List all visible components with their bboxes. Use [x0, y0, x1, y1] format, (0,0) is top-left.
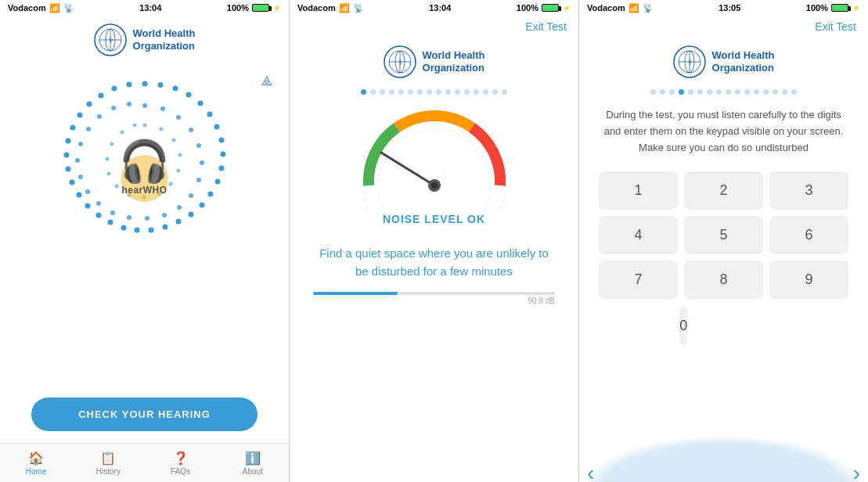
svg-point-46	[189, 193, 193, 198]
noise-label: NOISE LEVEL OK	[383, 213, 485, 225]
svg-point-28	[76, 192, 81, 198]
svg-point-70	[114, 185, 118, 189]
panel3-main: ‹ › 123456789 0	[579, 164, 868, 482]
progress-dot-3-6	[707, 89, 712, 95]
who-logo-3: ⚕	[673, 45, 706, 78]
svg-point-86	[431, 182, 438, 189]
svg-point-23	[134, 228, 139, 233]
exit-test-bar-2: Exit Test	[290, 16, 578, 38]
triforce-icon: ⟁	[261, 67, 273, 91]
nav-about[interactable]: ℹ️ About	[217, 444, 289, 482]
exit-test-bar-3: Exit Test	[579, 16, 868, 38]
instruction-text: During the test, you must listen careful…	[579, 99, 868, 164]
nav-history-label: History	[96, 467, 121, 476]
wifi-icon-1: 📡	[63, 3, 74, 13]
svg-point-31	[63, 153, 69, 158]
nav-home-label: Home	[26, 467, 47, 476]
svg-point-15	[218, 166, 224, 171]
progress-dots-3	[579, 85, 868, 99]
svg-point-74	[120, 131, 124, 135]
svg-point-42	[189, 128, 193, 132]
panel-2: Vodacom 📶 📡 13:04 100% ⚡ Exit Test ⚕ Wor…	[290, 0, 579, 482]
keypad-btn-5[interactable]: 5	[684, 216, 763, 254]
battery-pct-1: 100%	[227, 3, 249, 13]
keypad-zero-wrap: 0	[679, 307, 767, 345]
check-hearing-button[interactable]: CHECK YOUR HEARING	[31, 397, 258, 431]
progress-dot-3-7	[716, 89, 722, 95]
keypad-btn-9[interactable]: 9	[769, 261, 848, 299]
panel1-main: ⟁ // This won't execute in SVG — we'll h…	[0, 63, 289, 443]
progress-dot-2-10	[455, 89, 460, 95]
db-label: 90.8 dB	[290, 295, 578, 305]
svg-point-47	[177, 205, 182, 210]
faqs-icon: ❓	[173, 451, 189, 466]
svg-point-27	[85, 203, 90, 209]
svg-point-43	[196, 143, 201, 148]
keypad-btn-7[interactable]: 7	[599, 261, 678, 299]
progress-dot-2-6	[417, 89, 423, 95]
svg-point-20	[175, 219, 181, 225]
battery-pct-2: 100%	[517, 3, 538, 13]
svg-point-45	[196, 178, 201, 182]
who-logo-1: ⚕	[94, 23, 127, 56]
svg-point-65	[176, 169, 180, 173]
signal-icon-1: 📶	[49, 3, 60, 13]
home-icon: 🏠	[28, 451, 44, 466]
svg-point-25	[107, 220, 113, 225]
dots-circle-container: // This won't execute in SVG — we'll har…	[51, 74, 239, 262]
status-bar-3: Vodacom 📶 📡 13:05 100% ⚡	[579, 0, 868, 16]
svg-text:⚕: ⚕	[398, 58, 402, 67]
keypad-btn-6[interactable]: 6	[769, 216, 848, 254]
hearwho-label: hearWHO	[121, 185, 167, 196]
svg-point-34	[77, 113, 82, 118]
history-icon: 📋	[100, 451, 116, 466]
svg-point-19	[188, 212, 193, 218]
keypad-zero-row: 0	[579, 307, 868, 351]
progress-dot-3-5	[697, 89, 703, 95]
keypad-btn-4[interactable]: 4	[599, 216, 678, 254]
svg-point-63	[171, 138, 175, 142]
svg-point-49	[145, 216, 149, 221]
nav-faqs-label: FAQs	[171, 467, 190, 476]
nav-home[interactable]: 🏠 Home	[0, 444, 72, 482]
keypad-btn-8[interactable]: 8	[684, 261, 763, 299]
svg-point-60	[127, 102, 131, 106]
nav-faqs[interactable]: ❓ FAQs	[145, 444, 217, 482]
svg-point-72	[105, 157, 109, 161]
svg-point-83	[378, 129, 491, 209]
keypad-btn-1[interactable]: 1	[599, 171, 678, 210]
svg-point-58	[97, 114, 102, 119]
battery-bar-2	[542, 4, 559, 12]
exit-test-button-2[interactable]: Exit Test	[525, 20, 567, 33]
svg-point-33	[70, 125, 75, 131]
panel-3: Vodacom 📶 📡 13:05 100% ⚡ Exit Test ⚕ Wor…	[579, 0, 868, 482]
about-icon: ℹ️	[245, 451, 261, 466]
nav-history[interactable]: 📋 History	[72, 444, 144, 482]
exit-test-button-3[interactable]: Exit Test	[815, 20, 856, 33]
progress-dot-3-0	[650, 89, 656, 95]
who-text-1: World Health Organization	[133, 27, 196, 52]
svg-point-21	[162, 225, 167, 230]
keypad-btn-0[interactable]: 0	[679, 307, 687, 345]
progress-dot-2-3	[389, 89, 394, 95]
svg-line-84	[381, 153, 434, 185]
battery-bolt-2: ⚡	[563, 5, 571, 12]
gauge-container: NOISE LEVEL OK	[290, 99, 578, 233]
wifi-icon-2: 📡	[353, 3, 364, 13]
svg-point-29	[69, 180, 74, 185]
battery-bolt-1: ⚡	[273, 5, 281, 12]
svg-text:⚕: ⚕	[108, 36, 112, 45]
progress-dot-2-2	[380, 89, 385, 95]
svg-point-40	[160, 106, 165, 111]
keypad-btn-2[interactable]: 2	[684, 171, 763, 210]
progress-dot-3-9	[735, 89, 740, 95]
svg-point-6	[142, 81, 147, 87]
panel-1: Vodacom 📶 📡 13:04 100% ⚡ ⚕ World Health …	[0, 0, 290, 482]
keypad-btn-3[interactable]: 3	[769, 171, 848, 210]
progress-dot-3-15	[791, 89, 797, 95]
battery-bolt-3: ⚡	[852, 5, 860, 12]
status-bar-2: Vodacom 📶 📡 13:04 100% ⚡	[290, 0, 578, 16]
svg-point-30	[65, 167, 70, 172]
headphone-icon: 🎧	[119, 141, 170, 182]
gauge-svg	[356, 107, 513, 209]
